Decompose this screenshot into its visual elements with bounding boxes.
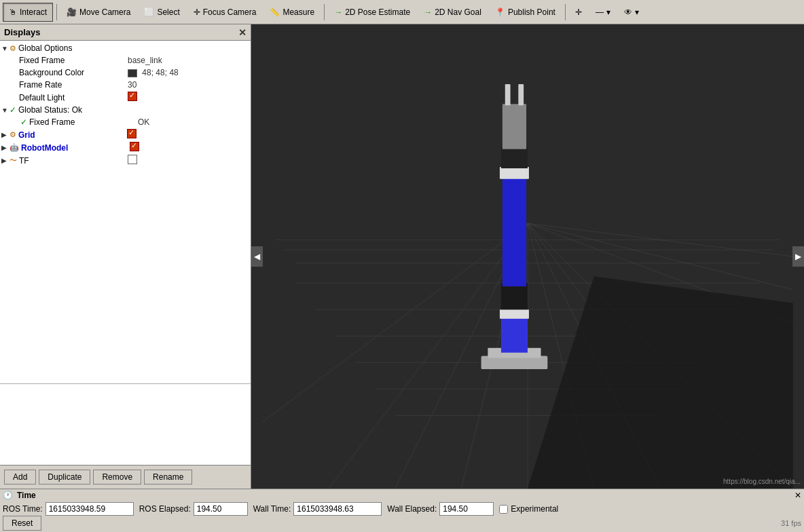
ros-elapsed-input[interactable]	[194, 502, 248, 516]
time-header-left: 🕐 Time	[3, 491, 36, 500]
frame-rate-value: 30	[128, 80, 249, 90]
focus-icon: ✛	[194, 7, 200, 17]
wall-elapsed-label: Wall Elapsed:	[387, 504, 437, 514]
ros-time-field: ROS Time:	[3, 502, 134, 516]
ros-time-input[interactable]	[45, 502, 134, 516]
svg-rect-27	[501, 283, 528, 309]
eye-dropdown-button[interactable]: 👁 ▾	[618, 3, 645, 22]
select-icon: ⬜	[144, 7, 154, 17]
svg-rect-32	[505, 84, 511, 105]
add-button[interactable]: Add	[4, 470, 36, 484]
global-options-expand[interactable]: ▼	[1, 45, 10, 52]
toolbar: 🖱 Interact 🎥 Move Camera ⬜ Select ✛ Focu…	[0, 0, 804, 24]
minus-dropdown-button[interactable]: — ▾	[589, 3, 617, 22]
robot-model-label: RobotModel	[21, 143, 130, 153]
status-fixed-frame-tick-icon: ✓	[20, 117, 27, 127]
bg-color-value: 48; 48; 48	[128, 68, 249, 77]
measure-button[interactable]: 📏 Measure	[263, 3, 321, 22]
robot-model-icon: 🤖	[10, 143, 19, 152]
wall-time-field: Wall Time:	[253, 502, 382, 516]
eye-dropdown-arrow-icon: ▾	[635, 7, 639, 17]
publish-icon: 📍	[495, 7, 505, 17]
tf-checkbox[interactable]	[128, 155, 249, 166]
plus-icon: ✛	[575, 7, 582, 17]
global-options-icon: ⚙	[10, 44, 16, 53]
grid-row[interactable]: ▶ ⚙ Grid	[0, 128, 251, 141]
grid-expand[interactable]: ▶	[1, 131, 10, 138]
focus-camera-button[interactable]: ✛ Focus Camera	[187, 3, 263, 22]
robot-model-checked-icon	[130, 142, 139, 151]
rename-button[interactable]: Rename	[144, 470, 192, 484]
displays-tree: ▼ ⚙ Global Options Fixed Frame base_link…	[0, 41, 251, 383]
pose-estimate-button[interactable]: → 2D Pose Estimate	[328, 3, 416, 22]
bg-color-label: Background Color	[19, 68, 128, 77]
svg-rect-25	[501, 316, 528, 353]
plus-button[interactable]: ✛	[569, 3, 588, 22]
remove-button[interactable]: Remove	[93, 470, 141, 484]
global-options-label: Global Options	[18, 43, 127, 53]
experimental-label: Experimental	[511, 504, 558, 514]
wall-elapsed-field: Wall Elapsed:	[387, 502, 494, 516]
grid-checkbox[interactable]	[127, 129, 249, 140]
time-bar: 🕐 Time ✕ ROS Time: ROS Elapsed: Wall Tim…	[0, 489, 804, 532]
wall-time-input[interactable]	[293, 502, 382, 516]
bg-color-swatch	[128, 69, 137, 77]
global-status-expand[interactable]: ▼	[1, 107, 10, 114]
robot-model-row[interactable]: ▶ 🤖 RobotModel	[0, 141, 251, 154]
global-options-row[interactable]: ▼ ⚙ Global Options	[0, 42, 251, 54]
select-button[interactable]: ⬜ Select	[138, 3, 185, 22]
viewport-right-arrow[interactable]: ▶	[792, 246, 804, 267]
fixed-frame-value: base_link	[128, 56, 249, 65]
viewport[interactable]: ◀ ▶ https://blog.csdn.net/qia...	[251, 24, 804, 489]
default-light-checkbox[interactable]	[128, 92, 249, 103]
robot-model-checkbox[interactable]	[130, 142, 249, 153]
displays-lower-area	[0, 383, 251, 465]
nav-goal-button[interactable]: → 2D Nav Goal	[418, 3, 488, 22]
tf-row[interactable]: ▶ 〜 TF	[0, 154, 251, 167]
robot-model-expand[interactable]: ▶	[1, 144, 10, 151]
displays-header: Displays ✕	[0, 24, 251, 41]
toolbar-separator-3	[565, 4, 566, 20]
bg-color-row[interactable]: Background Color 48; 48; 48	[0, 66, 251, 79]
time-title: Time	[17, 491, 36, 500]
reset-button[interactable]: Reset	[3, 516, 41, 531]
fixed-frame-row[interactable]: Fixed Frame base_link	[0, 54, 251, 66]
dropdown-arrow-icon: ▾	[606, 7, 610, 17]
wall-elapsed-input[interactable]	[439, 502, 494, 516]
interact-button[interactable]: 🖱 Interact	[3, 3, 53, 22]
global-status-row[interactable]: ▼ ✓ Global Status: Ok	[0, 104, 251, 116]
toolbar-separator-2	[324, 4, 325, 20]
experimental-checkbox[interactable]	[499, 505, 508, 514]
ros-elapsed-label: ROS Elapsed:	[139, 504, 191, 514]
tf-expand[interactable]: ▶	[1, 157, 10, 164]
frame-rate-row[interactable]: Frame Rate 30	[0, 79, 251, 91]
fixed-frame-label: Fixed Frame	[19, 56, 128, 65]
default-light-checked-icon	[128, 92, 137, 101]
minus-icon: —	[596, 7, 604, 17]
fps-display: 31 fps	[781, 519, 801, 527]
default-light-label: Default Light	[19, 93, 128, 102]
time-fields: ROS Time: ROS Elapsed: Wall Time: Wall E…	[3, 502, 801, 516]
global-status-tick-icon: ✓	[10, 105, 16, 115]
ros-time-label: ROS Time:	[3, 504, 43, 514]
status-fixed-frame-value: OK	[138, 117, 249, 127]
time-close-button[interactable]: ✕	[794, 491, 801, 500]
displays-title: Displays	[4, 27, 40, 37]
duplicate-button[interactable]: Duplicate	[39, 470, 90, 484]
main-content: Displays ✕ ▼ ⚙ Global Options Fixed Fram…	[0, 24, 804, 532]
experimental-field: Experimental	[499, 504, 558, 514]
displays-close-button[interactable]: ✕	[238, 28, 246, 37]
eye-icon: 👁	[624, 7, 632, 17]
pose-icon: →	[334, 7, 342, 17]
status-fixed-frame-row[interactable]: ✓ Fixed Frame OK	[0, 116, 251, 128]
cursor-icon: 🖱	[9, 7, 17, 17]
default-light-row[interactable]: Default Light	[0, 91, 251, 104]
tf-label: TF	[19, 156, 128, 166]
move-camera-button[interactable]: 🎥 Move Camera	[60, 3, 136, 22]
publish-point-button[interactable]: 📍 Publish Point	[489, 3, 562, 22]
ros-elapsed-field: ROS Elapsed:	[139, 502, 248, 516]
svg-rect-31	[502, 104, 526, 149]
time-footer: Reset 31 fps	[3, 516, 801, 531]
grid-icon: ⚙	[10, 130, 16, 139]
viewport-left-arrow[interactable]: ◀	[251, 246, 263, 267]
